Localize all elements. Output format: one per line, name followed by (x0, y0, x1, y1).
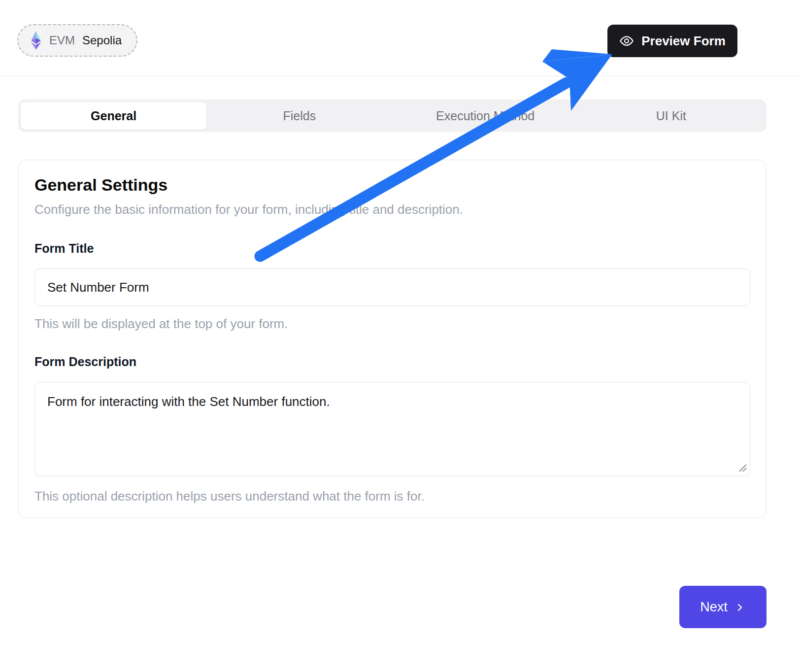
badge-network-label: Sepolia (82, 34, 122, 47)
eye-icon (619, 34, 634, 48)
ethereum-icon (30, 31, 42, 50)
form-title-helper: This will be displayed at the top of you… (34, 316, 750, 332)
form-title-input[interactable] (34, 269, 750, 306)
form-description-label: Form Description (34, 354, 750, 369)
tab-fields[interactable]: Fields (206, 102, 392, 130)
card-title: General Settings (34, 175, 750, 195)
card-subtitle: Configure the basic information for your… (34, 202, 750, 217)
form-description-textarea[interactable]: Form for interacting with the Set Number… (34, 382, 750, 476)
chevron-right-icon (734, 602, 746, 613)
next-button-label: Next (700, 600, 728, 615)
tab-ui-kit[interactable]: UI Kit (578, 102, 764, 130)
form-description-helper: This optional description helps users un… (34, 488, 750, 504)
form-title-label: Form Title (34, 241, 750, 256)
tab-general[interactable]: General (21, 102, 206, 130)
preview-form-button[interactable]: Preview Form (607, 25, 737, 57)
settings-tabbar: General Fields Execution Method UI Kit (18, 100, 767, 132)
form-builder-page: EVM Sepolia Preview Form General Fields … (0, 0, 801, 672)
general-settings-card: General Settings Configure the basic inf… (18, 160, 767, 518)
network-badge[interactable]: EVM Sepolia (17, 24, 137, 57)
form-description-wrap: Form for interacting with the Set Number… (34, 382, 750, 476)
header-divider (0, 76, 801, 76)
badge-platform-label: EVM (49, 34, 75, 47)
next-button[interactable]: Next (679, 586, 767, 628)
preview-form-label: Preview Form (641, 34, 726, 49)
resize-handle-icon[interactable] (738, 463, 747, 472)
tab-execution-method[interactable]: Execution Method (393, 102, 578, 130)
